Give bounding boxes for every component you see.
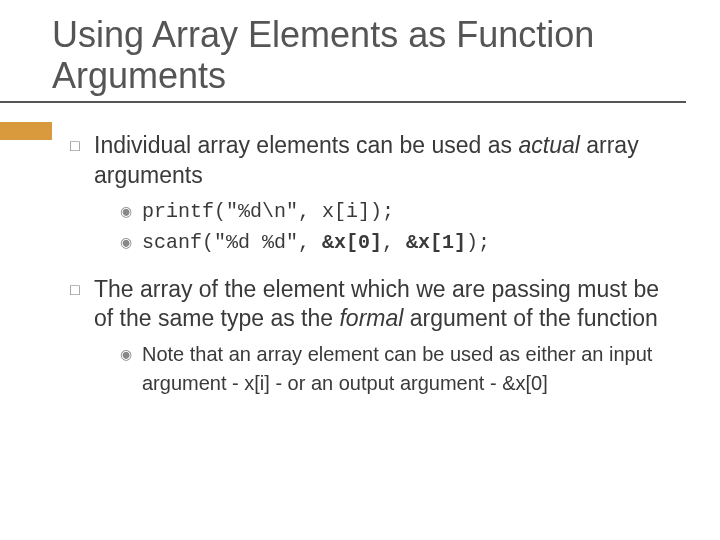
bullet-level1: □ The array of the element which we are … [70, 275, 676, 335]
note-text: Note that an array element can be used a… [142, 340, 676, 398]
code-bold: &x[0] [322, 231, 382, 254]
square-bullet-icon: □ [70, 136, 94, 157]
bullet-level2: ◉ Note that an array element can be used… [120, 340, 676, 398]
code-fragment: scanf("%d %d", [142, 231, 322, 254]
accent-bar [0, 122, 52, 140]
bullet-level2: ◉ printf("%d\n", x[i]); [120, 197, 676, 226]
slide-title: Using Array Elements as Function Argumen… [0, 0, 686, 103]
bullet-text: Individual array elements can be used as… [94, 131, 676, 191]
text-emphasis: formal [339, 305, 403, 331]
code-line: scanf("%d %d", &x[0], &x[1]); [142, 228, 676, 257]
bullet-text: The array of the element which we are pa… [94, 275, 676, 335]
code-fragment: ); [466, 231, 490, 254]
target-bullet-icon: ◉ [120, 344, 142, 364]
code-bold: &x[1] [406, 231, 466, 254]
code-line: printf("%d\n", x[i]); [142, 197, 676, 226]
text-emphasis: actual [518, 132, 579, 158]
sub-bullet-group: ◉ Note that an array element can be used… [120, 340, 676, 398]
sub-bullet-group: ◉ printf("%d\n", x[i]); ◉ scanf("%d %d",… [120, 197, 676, 257]
bullet-level1: □ Individual array elements can be used … [70, 131, 676, 191]
slide-body: □ Individual array elements can be used … [0, 103, 720, 399]
target-bullet-icon: ◉ [120, 232, 142, 252]
target-bullet-icon: ◉ [120, 201, 142, 221]
text-fragment: Individual array elements can be used as [94, 132, 518, 158]
code-fragment: , [382, 231, 406, 254]
square-bullet-icon: □ [70, 280, 94, 301]
bullet-level2: ◉ scanf("%d %d", &x[0], &x[1]); [120, 228, 676, 257]
text-fragment: argument of the function [403, 305, 657, 331]
